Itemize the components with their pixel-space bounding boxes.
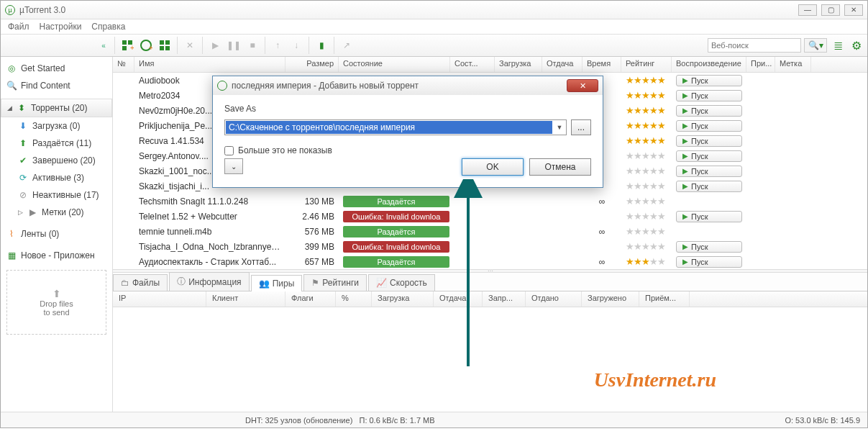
drop-zone[interactable]: ⬆ Drop files to send [6, 270, 106, 335]
info-icon: ⓘ [177, 276, 186, 288]
col-sost[interactable]: Сост... [450, 57, 495, 72]
col-pct[interactable]: % [336, 291, 372, 307]
play-button[interactable]: ▶Пуск [676, 120, 742, 132]
col-ul2[interactable]: Отдача [434, 291, 483, 307]
browse-button[interactable]: ... [571, 119, 591, 135]
share-icon[interactable]: ↗ [338, 37, 355, 54]
play-button[interactable]: ▶Пуск [676, 105, 742, 117]
menu-file[interactable]: Файл [8, 22, 29, 32]
search-icon: 🔍 [6, 81, 17, 91]
minimize-button[interactable]: — [798, 4, 817, 16]
path-combobox[interactable]: C:\Скаченное с торрентов\последняя импер… [224, 119, 567, 135]
play-button[interactable]: ▶Пуск [676, 256, 742, 268]
collapse-sidebar-icon[interactable]: « [96, 37, 111, 53]
search-input[interactable] [708, 38, 801, 53]
col-rating[interactable]: Рейтинг [621, 57, 672, 72]
move-up-icon[interactable]: ↑ [269, 37, 286, 54]
col-ip[interactable]: IP [113, 291, 206, 307]
add-torrent-icon[interactable]: + [119, 37, 136, 54]
torrent-row[interactable]: Tisjacha_I_Odna_Noch_Izbrannye_...399 MB… [113, 239, 867, 254]
tab-info[interactable]: ⓘИнформация [169, 272, 249, 291]
remove-icon[interactable]: ✕ [181, 37, 198, 54]
col-name[interactable]: Имя [134, 57, 285, 72]
peer-list [113, 307, 867, 412]
toolbar: « + + ✕ ▶ ❚❚ ■ ↑ ↓ ▮ ↗ 🔍▾ ≣ ⚙ [1, 34, 867, 57]
tab-speed[interactable]: 📈Скорость [368, 274, 435, 291]
sidebar-find-content[interactable]: 🔍Find Content [1, 77, 112, 94]
ok-button[interactable]: OK [462, 158, 524, 176]
col-time[interactable]: Время [583, 57, 621, 72]
close-button[interactable]: ✕ [844, 4, 863, 16]
sidebar-downloading[interactable]: ⬇Загрузка (0) [1, 117, 112, 135]
play-button[interactable]: ▶Пуск [676, 166, 742, 177]
sidebar-inactive[interactable]: ⊘Неактивные (17) [1, 186, 112, 204]
col-rx[interactable]: Приём... [639, 291, 690, 307]
upload-icon: ⬆ [18, 138, 28, 148]
play-button[interactable]: ▶Пуск [676, 211, 742, 222]
sidebar-active[interactable]: ⟳Активные (3) [1, 169, 112, 186]
sidebar-feeds[interactable]: ⌇Ленты (0) [1, 225, 112, 243]
col-client[interactable]: Клиент [206, 291, 285, 307]
col-size[interactable]: Размер [285, 57, 339, 72]
col-state[interactable]: Состояние [339, 57, 450, 72]
expand-button[interactable]: ⌄ [224, 158, 243, 174]
col-sent[interactable]: Отдано [526, 291, 582, 307]
torrent-row[interactable]: TeleInet 1.52 + Webcutter2.46 MBОшибка: … [113, 209, 867, 224]
sidebar-completed[interactable]: ✔Завершено (20) [1, 152, 112, 169]
play-button[interactable]: ▶Пуск [676, 241, 742, 253]
dialog-close-button[interactable]: ✕ [567, 79, 598, 92]
list-view-icon[interactable]: ≣ [830, 37, 846, 53]
move-down-icon[interactable]: ↓ [288, 37, 305, 54]
dialog-titlebar: последняя империя - Добавить новый торре… [213, 76, 603, 95]
col-flags[interactable]: Флаги [285, 291, 336, 307]
play-button[interactable]: ▶Пуск [676, 135, 742, 147]
svg-text:+: + [149, 44, 152, 52]
search-button[interactable]: 🔍▾ [804, 38, 827, 53]
sidebar-seeding[interactable]: ⬆Раздаётся (11) [1, 135, 112, 152]
play-button[interactable]: ▶Пуск [676, 181, 742, 192]
col-dl[interactable]: Загрузка [495, 57, 542, 72]
sidebar-new-apps[interactable]: ▦Новое - Приложен [1, 247, 112, 264]
remote-icon[interactable]: ▮ [313, 37, 330, 54]
menu-help[interactable]: Справка [91, 22, 125, 32]
active-icon: ⟳ [18, 173, 28, 183]
play-button[interactable]: ▶Пуск [676, 90, 742, 101]
dont-show-checkbox[interactable]: Больше это не показыв [224, 145, 591, 155]
start-icon[interactable]: ▶ [206, 37, 224, 54]
dont-show-input[interactable] [224, 146, 234, 155]
maximize-button[interactable]: ▢ [821, 4, 840, 16]
play-button[interactable]: ▶Пуск [676, 150, 742, 162]
tab-files[interactable]: 🗀Файлы [113, 274, 168, 291]
add-url-icon[interactable]: + [137, 37, 155, 54]
create-torrent-icon[interactable] [156, 37, 173, 54]
sidebar-labels[interactable]: ▷▶Метки (20) [1, 204, 112, 221]
torrent-row[interactable]: temnie tunneli.m4b576 MBРаздаётся∞★★★★★ [113, 224, 867, 239]
pause-icon[interactable]: ❚❚ [225, 37, 242, 54]
col-recv[interactable]: Загружено [582, 291, 639, 307]
col-pri[interactable]: При... [746, 57, 775, 72]
sidebar-get-started[interactable]: ◎Get Started [1, 60, 112, 77]
stop-icon[interactable]: ■ [244, 37, 261, 54]
check-icon: ✔ [18, 155, 28, 166]
titlebar: µ µTorrent 3.0 — ▢ ✕ [1, 1, 867, 19]
tab-ratings[interactable]: ⚑Рейтинги [303, 274, 367, 291]
torrent-row[interactable]: Аудиоспектакль - Старик Хоттаб...657 MBР… [113, 254, 867, 269]
col-ul[interactable]: Отдача [542, 57, 583, 72]
col-no[interactable]: № [113, 57, 134, 72]
col-dl2[interactable]: Загрузка [372, 291, 434, 307]
col-play[interactable]: Воспроизведение [672, 57, 746, 72]
tab-peers[interactable]: 👥Пиры [251, 275, 303, 291]
torrent-row[interactable]: Techsmith SnagIt 11.1.0.248130 MBРаздаёт… [113, 194, 867, 209]
sidebar-torrents[interactable]: ◢⬍Торренты (20) [1, 99, 112, 117]
rss-icon: ⌇ [6, 229, 17, 239]
menu-settings[interactable]: Настройки [40, 22, 82, 32]
play-button[interactable]: ▶Пуск [676, 75, 742, 86]
add-torrent-dialog: последняя империя - Добавить новый торре… [212, 76, 603, 188]
cancel-button[interactable]: Отмена [529, 158, 591, 176]
settings-icon[interactable]: ⚙ [849, 37, 864, 53]
col-label[interactable]: Метка [775, 57, 811, 72]
utorrent-icon: ◎ [6, 63, 17, 73]
col-req[interactable]: Запр... [483, 291, 526, 307]
main-window: µ µTorrent 3.0 — ▢ ✕ Файл Настройки Спра… [0, 0, 868, 428]
dropdown-arrow-icon[interactable]: ▼ [553, 124, 566, 131]
